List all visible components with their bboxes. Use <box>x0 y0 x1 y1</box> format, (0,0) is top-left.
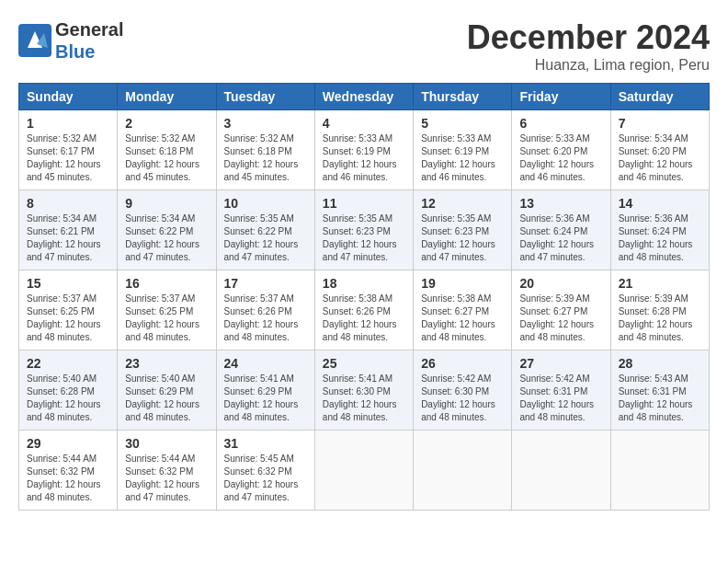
day-number: 31 <box>224 436 307 451</box>
calendar-cell: 23Sunrise: 5:40 AM Sunset: 6:29 PM Dayli… <box>118 350 216 431</box>
day-number: 3 <box>224 116 307 131</box>
day-info: Sunrise: 5:39 AM Sunset: 6:27 PM Dayligh… <box>519 293 602 344</box>
calendar-cell: 30Sunrise: 5:44 AM Sunset: 6:32 PM Dayli… <box>118 431 216 511</box>
calendar-week-row: 1Sunrise: 5:32 AM Sunset: 6:17 PM Daylig… <box>19 110 710 190</box>
calendar-cell <box>610 431 709 511</box>
day-number: 26 <box>421 356 504 371</box>
day-info: Sunrise: 5:43 AM Sunset: 6:31 PM Dayligh… <box>619 373 701 424</box>
calendar-week-row: 22Sunrise: 5:40 AM Sunset: 6:28 PM Dayli… <box>19 350 710 431</box>
day-info: Sunrise: 5:33 AM Sunset: 6:20 PM Dayligh… <box>519 132 602 184</box>
day-number: 28 <box>619 356 701 371</box>
calendar-cell: 12Sunrise: 5:35 AM Sunset: 6:23 PM Dayli… <box>414 190 512 270</box>
day-number: 9 <box>125 196 208 211</box>
logo: General Blue <box>18 18 123 63</box>
calendar-week-row: 15Sunrise: 5:37 AM Sunset: 6:25 PM Dayli… <box>19 270 710 350</box>
day-info: Sunrise: 5:34 AM Sunset: 6:20 PM Dayligh… <box>619 132 701 184</box>
calendar-cell <box>512 431 610 511</box>
day-info: Sunrise: 5:37 AM Sunset: 6:26 PM Dayligh… <box>224 293 307 344</box>
column-header-wednesday: Wednesday <box>314 84 413 110</box>
column-header-monday: Monday <box>118 84 216 110</box>
day-info: Sunrise: 5:36 AM Sunset: 6:24 PM Dayligh… <box>519 213 602 264</box>
day-info: Sunrise: 5:34 AM Sunset: 6:21 PM Dayligh… <box>27 213 109 264</box>
day-info: Sunrise: 5:36 AM Sunset: 6:24 PM Dayligh… <box>619 213 701 264</box>
logo-general: General <box>55 18 123 40</box>
day-info: Sunrise: 5:32 AM Sunset: 6:18 PM Dayligh… <box>224 132 307 184</box>
column-header-tuesday: Tuesday <box>216 84 314 110</box>
calendar-cell: 10Sunrise: 5:35 AM Sunset: 6:22 PM Dayli… <box>216 190 314 270</box>
day-number: 11 <box>323 196 405 211</box>
day-number: 29 <box>27 436 109 451</box>
column-header-saturday: Saturday <box>610 84 709 110</box>
day-number: 23 <box>125 356 208 371</box>
day-info: Sunrise: 5:34 AM Sunset: 6:22 PM Dayligh… <box>125 213 208 264</box>
day-number: 15 <box>27 276 109 291</box>
calendar-cell: 21Sunrise: 5:39 AM Sunset: 6:28 PM Dayli… <box>610 270 709 350</box>
day-info: Sunrise: 5:44 AM Sunset: 6:32 PM Dayligh… <box>125 453 208 504</box>
day-info: Sunrise: 5:37 AM Sunset: 6:25 PM Dayligh… <box>27 293 109 344</box>
day-number: 30 <box>125 436 208 451</box>
calendar-table: SundayMondayTuesdayWednesdayThursdayFrid… <box>18 83 710 511</box>
calendar-week-row: 29Sunrise: 5:44 AM Sunset: 6:32 PM Dayli… <box>19 431 710 511</box>
calendar-cell: 1Sunrise: 5:32 AM Sunset: 6:17 PM Daylig… <box>19 110 118 190</box>
column-header-friday: Friday <box>512 84 610 110</box>
day-info: Sunrise: 5:41 AM Sunset: 6:29 PM Dayligh… <box>224 373 307 424</box>
day-info: Sunrise: 5:40 AM Sunset: 6:28 PM Dayligh… <box>27 373 109 424</box>
day-number: 6 <box>519 116 602 131</box>
day-number: 13 <box>519 196 602 211</box>
calendar-body: 1Sunrise: 5:32 AM Sunset: 6:17 PM Daylig… <box>19 110 710 511</box>
calendar-cell: 9Sunrise: 5:34 AM Sunset: 6:22 PM Daylig… <box>118 190 216 270</box>
day-number: 21 <box>619 276 701 291</box>
day-info: Sunrise: 5:32 AM Sunset: 6:18 PM Dayligh… <box>125 132 208 184</box>
day-info: Sunrise: 5:37 AM Sunset: 6:25 PM Dayligh… <box>125 293 208 344</box>
day-info: Sunrise: 5:42 AM Sunset: 6:30 PM Dayligh… <box>421 373 504 424</box>
day-number: 14 <box>619 196 701 211</box>
calendar-cell: 16Sunrise: 5:37 AM Sunset: 6:25 PM Dayli… <box>118 270 216 350</box>
day-number: 2 <box>125 116 208 131</box>
day-info: Sunrise: 5:42 AM Sunset: 6:31 PM Dayligh… <box>519 373 602 424</box>
day-info: Sunrise: 5:35 AM Sunset: 6:23 PM Dayligh… <box>323 213 405 264</box>
day-number: 10 <box>224 196 307 211</box>
calendar-cell: 13Sunrise: 5:36 AM Sunset: 6:24 PM Dayli… <box>512 190 610 270</box>
calendar-cell: 27Sunrise: 5:42 AM Sunset: 6:31 PM Dayli… <box>512 350 610 431</box>
day-number: 12 <box>421 196 504 211</box>
day-number: 5 <box>421 116 504 131</box>
column-header-thursday: Thursday <box>414 84 512 110</box>
month-title: December 2024 <box>467 18 710 57</box>
calendar-cell: 5Sunrise: 5:33 AM Sunset: 6:19 PM Daylig… <box>414 110 512 190</box>
calendar-cell: 11Sunrise: 5:35 AM Sunset: 6:23 PM Dayli… <box>314 190 413 270</box>
column-header-sunday: Sunday <box>19 84 118 110</box>
day-info: Sunrise: 5:45 AM Sunset: 6:32 PM Dayligh… <box>224 453 307 504</box>
calendar-cell: 15Sunrise: 5:37 AM Sunset: 6:25 PM Dayli… <box>19 270 118 350</box>
calendar-cell: 24Sunrise: 5:41 AM Sunset: 6:29 PM Dayli… <box>216 350 314 431</box>
calendar-week-row: 8Sunrise: 5:34 AM Sunset: 6:21 PM Daylig… <box>19 190 710 270</box>
day-info: Sunrise: 5:40 AM Sunset: 6:29 PM Dayligh… <box>125 373 208 424</box>
calendar-cell: 19Sunrise: 5:38 AM Sunset: 6:27 PM Dayli… <box>414 270 512 350</box>
day-info: Sunrise: 5:38 AM Sunset: 6:26 PM Dayligh… <box>323 293 405 344</box>
calendar-cell: 6Sunrise: 5:33 AM Sunset: 6:20 PM Daylig… <box>512 110 610 190</box>
calendar-cell: 29Sunrise: 5:44 AM Sunset: 6:32 PM Dayli… <box>19 431 118 511</box>
calendar-cell: 14Sunrise: 5:36 AM Sunset: 6:24 PM Dayli… <box>610 190 709 270</box>
day-number: 4 <box>323 116 405 131</box>
day-info: Sunrise: 5:39 AM Sunset: 6:28 PM Dayligh… <box>619 293 701 344</box>
calendar-cell: 3Sunrise: 5:32 AM Sunset: 6:18 PM Daylig… <box>216 110 314 190</box>
day-number: 20 <box>519 276 602 291</box>
day-info: Sunrise: 5:32 AM Sunset: 6:17 PM Dayligh… <box>27 132 109 184</box>
calendar-header-row: SundayMondayTuesdayWednesdayThursdayFrid… <box>19 84 710 110</box>
day-number: 16 <box>125 276 208 291</box>
calendar-cell: 20Sunrise: 5:39 AM Sunset: 6:27 PM Dayli… <box>512 270 610 350</box>
page-header: General Blue December 2024 Huanza, Lima … <box>18 18 710 74</box>
calendar-cell: 25Sunrise: 5:41 AM Sunset: 6:30 PM Dayli… <box>314 350 413 431</box>
day-number: 7 <box>619 116 701 131</box>
day-info: Sunrise: 5:35 AM Sunset: 6:22 PM Dayligh… <box>224 213 307 264</box>
title-area: December 2024 Huanza, Lima region, Peru <box>467 18 710 74</box>
logo-text: General Blue <box>55 18 123 63</box>
day-info: Sunrise: 5:41 AM Sunset: 6:30 PM Dayligh… <box>323 373 405 424</box>
calendar-cell: 17Sunrise: 5:37 AM Sunset: 6:26 PM Dayli… <box>216 270 314 350</box>
day-info: Sunrise: 5:38 AM Sunset: 6:27 PM Dayligh… <box>421 293 504 344</box>
day-number: 19 <box>421 276 504 291</box>
calendar-cell <box>314 431 413 511</box>
calendar-cell: 22Sunrise: 5:40 AM Sunset: 6:28 PM Dayli… <box>19 350 118 431</box>
day-number: 1 <box>27 116 109 131</box>
day-number: 24 <box>224 356 307 371</box>
calendar-cell: 28Sunrise: 5:43 AM Sunset: 6:31 PM Dayli… <box>610 350 709 431</box>
